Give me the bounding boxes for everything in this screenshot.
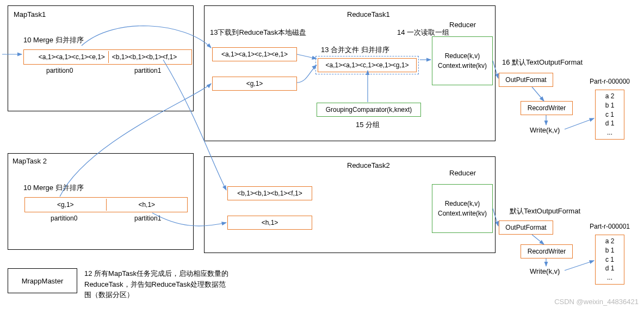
reducer1-l1: Reduce(k,v) xyxy=(445,51,480,61)
out1-write: Write(k,v) xyxy=(530,126,560,134)
reducer2-box: Reduce(k,v) Context.write(kv) xyxy=(432,184,493,233)
out1-format: OutPutFormat xyxy=(499,73,553,87)
reducer1-l2: Context.write(kv) xyxy=(438,61,487,71)
maptask1-partitions: <a,1><a,1><c,1><e,1> <b,1><b,1><b,1><f,1… xyxy=(23,49,192,65)
out2-part-title: Part-r-000001 xyxy=(590,223,630,230)
reducer1-box: Reduce(k,v) Context.write(kv) xyxy=(432,36,493,85)
reducetask2-box-h: <h,1> xyxy=(227,216,312,230)
reducetask1-container: ReduceTask1 13下载到ReduceTask本地磁盘 14 一次读取一… xyxy=(204,5,496,141)
maptask2-part0: <g,1> xyxy=(25,199,107,211)
out2-write: Write(k,v) xyxy=(530,267,560,275)
out1-l1: a 2 xyxy=(605,92,615,101)
out2-file: a 2 b 1 c 1 d 1 ... xyxy=(595,235,624,285)
out2-l5: ... xyxy=(607,273,612,282)
out1-part-title: Part-r-000000 xyxy=(590,78,630,85)
maptask1-merge-label: 10 Merge 归并排序 xyxy=(23,35,84,45)
reducetask2-title: ReduceTask2 xyxy=(347,161,390,169)
maptask1-p1lbl: partition1 xyxy=(134,67,161,74)
out2-format: OutPutFormat xyxy=(499,220,553,235)
maptask2-partitions: <g,1> <h,1> xyxy=(24,197,188,212)
reducetask1-title: ReduceTask1 xyxy=(347,10,390,18)
out2-record-writer: RecordWriter xyxy=(521,244,573,258)
reducetask2-container: ReduceTask2 <b,1><b,1><b,1><f,1> <h,1> R… xyxy=(204,156,496,253)
out1-l3: c 1 xyxy=(605,110,614,119)
mrappmaster-title: MrappMaster xyxy=(22,277,64,285)
maptask1-p0lbl: partition0 xyxy=(46,67,73,74)
out2-l4: d 1 xyxy=(605,264,615,273)
reducetask1-combined: <a,1><a,1><c,1><e,1><g,1> xyxy=(318,58,417,72)
out1-file: a 2 b 1 c 1 d 1 ... xyxy=(595,90,624,140)
out2-l3: c 1 xyxy=(605,255,614,264)
reducer2-l1: Reduce(k,v) xyxy=(445,199,480,209)
watermark: CSDN @weixin_44836421 xyxy=(554,298,639,306)
maptask1-part0: <a,1><a,1><c,1><e,1> xyxy=(35,51,109,63)
reducer2-l2: Context.write(kv) xyxy=(438,209,487,218)
maptask2-merge-label: 10 Merge 归并排序 xyxy=(23,183,84,193)
out1-l4: d 1 xyxy=(605,119,615,128)
out1-l2: b 1 xyxy=(605,101,615,110)
out2-format-label: 默认TextOutputFormat xyxy=(510,206,580,216)
maptask2-container: MapTask 2 10 Merge 归并排序 <g,1> <h,1> part… xyxy=(8,153,194,250)
out2-l1: a 2 xyxy=(605,237,615,246)
reducetask1-box-g: <g,1> xyxy=(212,77,297,91)
maptask2-p1lbl: partition1 xyxy=(134,215,161,222)
reducetask1-box-a: <a,1><a,1><c,1><e,1> xyxy=(212,47,297,61)
grouping-comparator: GroupingComparator(k,knext) xyxy=(317,103,421,117)
maptask2-title: MapTask 2 xyxy=(13,157,51,165)
out1-l5: ... xyxy=(607,128,612,137)
maptask1-title: MapTask1 xyxy=(14,10,46,18)
reducetask1-merge: 13 合并文件 归并排序 xyxy=(321,45,389,55)
reducetask1-download: 13下载到ReduceTask本地磁盘 xyxy=(210,28,306,37)
reducetask2-box-b: <b,1><b,1><b,1><f,1> xyxy=(227,186,312,200)
group-label: 15 分组 xyxy=(356,120,380,130)
maptask2-part1: <h,1> xyxy=(107,199,188,211)
out2-l2: b 1 xyxy=(605,246,615,255)
maptask1-container: MapTask1 10 Merge 归并排序 <a,1><a,1><c,1><e… xyxy=(8,5,194,111)
reducer1-title: Reducer xyxy=(449,21,476,29)
mrappmaster-box: MrappMaster xyxy=(8,268,77,293)
maptask2-p0lbl: partition0 xyxy=(51,215,77,222)
reducer2-title: Reducer xyxy=(449,169,476,177)
out1-record-writer: RecordWriter xyxy=(521,101,573,115)
mrappmaster-desc: 12 所有MapTask任务完成后，启动相应数量的ReduceTask，并告知R… xyxy=(84,268,231,300)
out1-format-label: 16 默认TextOutputFormat xyxy=(502,58,583,67)
maptask1-part1: <b,1><b,1><b,1><f,1> xyxy=(109,51,180,63)
